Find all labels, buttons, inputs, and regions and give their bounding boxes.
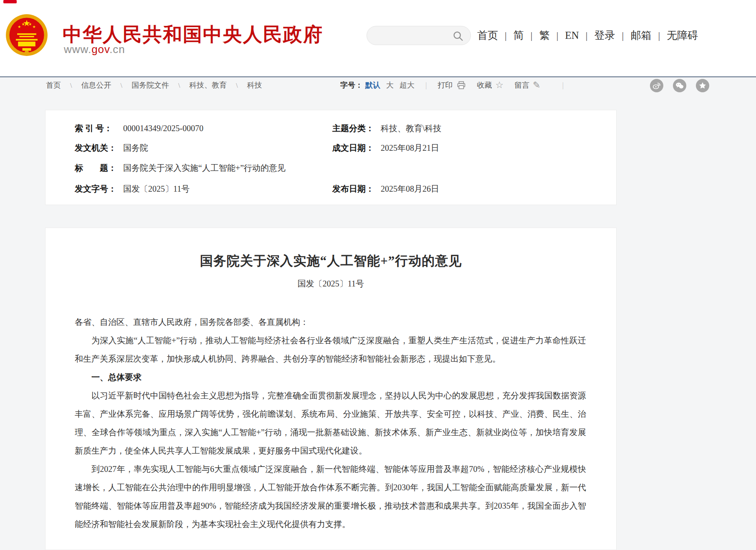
meta-label-date-published: 发布日期：	[332, 183, 375, 195]
site-url: www.gov.cn	[64, 43, 125, 56]
article-body: 各省、自治区、直辖市人民政府，国务院各部委、各直属机构： 为深入实施“人工智能+…	[75, 313, 586, 533]
meta-value-docno: 国发〔2025〕11号	[123, 184, 190, 193]
nav-mail[interactable]: 邮箱	[630, 28, 667, 42]
font-size-xlarge-button[interactable]: 超大	[399, 80, 415, 90]
article-box: 国务院关于深入实施“人工智能+”行动的意见 国发〔2025〕11号 各省、自治区…	[45, 228, 617, 550]
document-meta-box: 索 引 号：000014349/2025-00070 发文机关：国务院 标 题：…	[45, 110, 617, 205]
search-box	[367, 26, 471, 45]
breadcrumb: 首页 信息公开 国务院文件 科技、教育 科技	[46, 80, 262, 90]
national-emblem-icon	[5, 13, 48, 57]
search-input[interactable]	[374, 28, 450, 43]
meta-row-date-written: 成文日期：2025年08月21日	[332, 142, 439, 154]
meta-label-docno: 发文字号：	[75, 183, 117, 195]
article-doc-number: 国发〔2025〕11号	[46, 278, 616, 289]
meta-row-date-published: 发布日期：2025年08月26日	[332, 183, 439, 195]
meta-value-date-written: 2025年08月21日	[381, 143, 439, 152]
meta-row-docno: 发文字号：国发〔2025〕11号	[75, 183, 190, 195]
meta-row-index: 索 引 号：000014349/2025-00070	[75, 123, 203, 134]
meta-label-topic: 主题分类：	[332, 123, 375, 134]
meta-value-index: 000014349/2025-00070	[123, 124, 203, 133]
nav-english[interactable]: EN	[565, 30, 594, 41]
meta-row-topic: 主题分类：科技、教育\科技	[332, 123, 442, 134]
toolbar-divider: |	[562, 81, 564, 90]
star-circle-icon	[698, 81, 707, 90]
pencil-icon: ✎	[533, 81, 540, 90]
meta-value-date-published: 2025年08月26日	[381, 184, 439, 193]
meta-row-issuer: 发文机关：国务院	[75, 142, 148, 154]
breadcrumb-sci-edu[interactable]: 科技、教育	[189, 80, 247, 90]
comment-label: 留言	[514, 80, 529, 90]
meta-value-title: 国务院关于深入实施“人工智能+”行动的意见	[123, 163, 286, 172]
comment-button[interactable]: 留言 ✎	[514, 80, 540, 90]
nav-simplified[interactable]: 简	[513, 28, 539, 42]
share-weibo-button[interactable]	[650, 79, 663, 92]
site-url-cn: .cn	[109, 43, 125, 56]
print-button[interactable]: 打印	[438, 80, 466, 90]
breadcrumb-home[interactable]: 首页	[46, 80, 81, 90]
article-salutation: 各省、自治区、直辖市人民政府，国务院各部委、各直属机构：	[75, 313, 586, 331]
print-label: 打印	[438, 80, 453, 90]
article-paragraph-3: 到2027年，率先实现人工智能与6大重点领域广泛深度融合，新一代智能终端、智能体…	[75, 460, 586, 533]
article-paragraph-2: 以习近平新时代中国特色社会主义思想为指导，完整准确全面贯彻新发展理念，坚持以人民…	[75, 386, 586, 460]
site-url-gov: gov	[91, 43, 109, 56]
page: 中华人民共和国中央人民政府 www.gov.cn 首页 简 繁 EN 登录 邮箱…	[0, 0, 756, 550]
meta-label-date-written: 成文日期：	[332, 142, 375, 154]
meta-value-topic: 科技、教育\科技	[381, 124, 442, 133]
font-size-large-button[interactable]: 大	[386, 80, 394, 90]
nav-home[interactable]: 首页	[477, 28, 513, 42]
site-url-www: www.	[64, 43, 91, 56]
breadcrumb-info-disclosure[interactable]: 信息公开	[81, 80, 131, 90]
search-icon[interactable]	[452, 30, 464, 42]
nav-login[interactable]: 登录	[594, 28, 631, 42]
font-size-default-button[interactable]: 默认	[365, 80, 380, 90]
breadcrumb-sci[interactable]: 科技	[247, 80, 262, 90]
wechat-icon	[675, 81, 684, 90]
article-paragraph-1: 为深入实施“人工智能+”行动，推动人工智能与经济社会各行业各领域广泛深度融合，重…	[75, 331, 586, 368]
breadcrumb-state-council-docs[interactable]: 国务院文件	[131, 80, 189, 90]
nav-accessibility[interactable]: 无障碍	[667, 28, 698, 42]
meta-label-issuer: 发文机关：	[75, 142, 117, 154]
article-title: 国务院关于深入实施“人工智能+”行动的意见	[46, 252, 616, 270]
meta-label-index: 索 引 号：	[75, 123, 117, 134]
weibo-icon	[652, 81, 661, 90]
meta-row-title: 标 题：国务院关于深入实施“人工智能+”行动的意见	[75, 162, 286, 174]
top-nav: 首页 简 繁 EN 登录 邮箱 无障碍	[477, 28, 698, 42]
nav-traditional[interactable]: 繁	[539, 28, 565, 42]
printer-icon	[456, 80, 466, 90]
share-more-button[interactable]	[696, 79, 709, 92]
toolbar-divider: |	[425, 81, 427, 90]
share-wechat-button[interactable]	[673, 79, 686, 92]
star-icon: ☆	[496, 81, 504, 90]
font-size-label: 字号：	[340, 80, 363, 90]
meta-label-title: 标 题：	[75, 162, 117, 174]
favorite-label: 收藏	[477, 80, 492, 90]
top-red-mark	[3, 0, 17, 3]
meta-value-issuer: 国务院	[123, 143, 148, 152]
article-section-heading-1: 一、总体要求	[75, 368, 586, 386]
favorite-button[interactable]: 收藏 ☆	[477, 80, 504, 90]
article-toolbar: 字号： 默认 大 超大 | 打印 收藏 ☆ 留言 ✎ |	[340, 80, 574, 90]
